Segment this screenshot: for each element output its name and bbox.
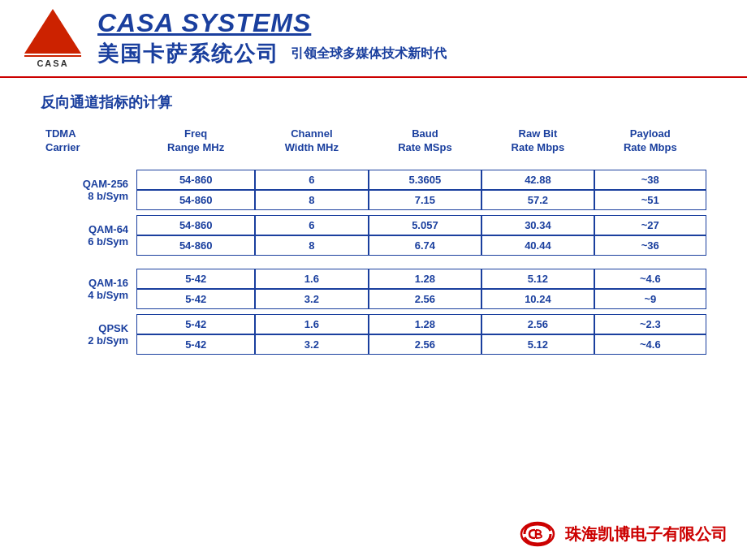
table-cell: 40.44	[481, 235, 594, 256]
table-cell: ~36	[594, 235, 706, 256]
table-cell: 3.2	[255, 334, 368, 355]
table-cell: 10.24	[481, 289, 594, 309]
company-chinese: 美国卡萨系统公司	[97, 40, 279, 68]
table-cell: 6.74	[369, 235, 482, 256]
table-cell: 54-860	[136, 215, 255, 235]
col-header-rawbit: Raw BitRate Mbps	[481, 124, 594, 158]
header-title-block: CASA SYSTEMS 美国卡萨系统公司 引领全球多媒体技术新时代	[97, 8, 447, 68]
footer-company: 珠海凯博电子有限公司	[565, 523, 728, 545]
table-cell: 1.28	[369, 314, 482, 334]
table-cell: 5-42	[136, 314, 255, 334]
table-cell: ~4.6	[594, 334, 706, 355]
main-title: CASA SYSTEMS	[97, 8, 447, 38]
data-table: TDMACarrier FreqRange MHz ChannelWidth M…	[41, 124, 706, 355]
table-container: TDMACarrier FreqRange MHz ChannelWidth M…	[0, 124, 747, 355]
subtitle-row: 美国卡萨系统公司 引领全球多媒体技术新时代	[97, 40, 447, 68]
table-cell: 54-860	[136, 190, 255, 210]
table-cell: 2.56	[481, 314, 594, 334]
table-cell: 7.15	[369, 190, 482, 210]
table-cell: 5.3605	[369, 170, 482, 190]
logo-triangle-icon	[24, 9, 81, 54]
cb-logo-icon	[518, 519, 557, 549]
table-cell: 6	[255, 170, 368, 190]
col-header-payload: PayloadRate Mbps	[594, 124, 706, 158]
table-cell: ~51	[594, 190, 706, 210]
footer-logo	[518, 519, 557, 549]
table-cell: ~9	[594, 289, 706, 309]
table-cell: 5.057	[369, 215, 482, 235]
table-cell: 1.6	[255, 314, 368, 334]
col-header-tdma: TDMACarrier	[41, 124, 136, 158]
table-cell: ~2.3	[594, 314, 706, 334]
slogan: 引领全球多媒体技术新时代	[291, 45, 447, 62]
table-cell: 42.88	[481, 170, 594, 190]
logo-container: CASA	[16, 9, 89, 68]
row-label: QPSK2 b/Sym	[41, 314, 136, 355]
section-title: 反向通道指标的计算	[0, 78, 747, 120]
table-cell: 54-860	[136, 235, 255, 256]
table-cell: ~38	[594, 170, 706, 190]
table-cell: 2.56	[369, 334, 482, 355]
table-cell: 1.28	[369, 269, 482, 289]
table-cell: 3.2	[255, 289, 368, 309]
logo-text: CASA	[24, 55, 81, 68]
table-cell: 8	[255, 235, 368, 256]
table-cell: 1.6	[255, 269, 368, 289]
table-cell: 5.12	[481, 269, 594, 289]
footer: 珠海凯博电子有限公司	[518, 519, 728, 549]
table-cell: 2.56	[369, 289, 482, 309]
table-cell: 57.2	[481, 190, 594, 210]
table-cell: 5-42	[136, 334, 255, 355]
row-label: QAM-2568 b/Sym	[41, 170, 136, 210]
row-label: QAM-646 b/Sym	[41, 215, 136, 256]
col-header-freq: FreqRange MHz	[136, 124, 255, 158]
table-cell: 5.12	[481, 334, 594, 355]
table-cell: 54-860	[136, 170, 255, 190]
row-label: QAM-164 b/Sym	[41, 269, 136, 309]
table-cell: 5-42	[136, 269, 255, 289]
col-header-channel: ChannelWidth MHz	[255, 124, 368, 158]
table-cell: ~27	[594, 215, 706, 235]
table-cell: 5-42	[136, 289, 255, 309]
table-cell: 30.34	[481, 215, 594, 235]
table-cell: ~4.6	[594, 269, 706, 289]
table-cell: 6	[255, 215, 368, 235]
header: CASA CASA SYSTEMS 美国卡萨系统公司 引领全球多媒体技术新时代	[0, 0, 747, 78]
col-header-baud: BaudRate MSps	[369, 124, 482, 158]
table-cell: 8	[255, 190, 368, 210]
